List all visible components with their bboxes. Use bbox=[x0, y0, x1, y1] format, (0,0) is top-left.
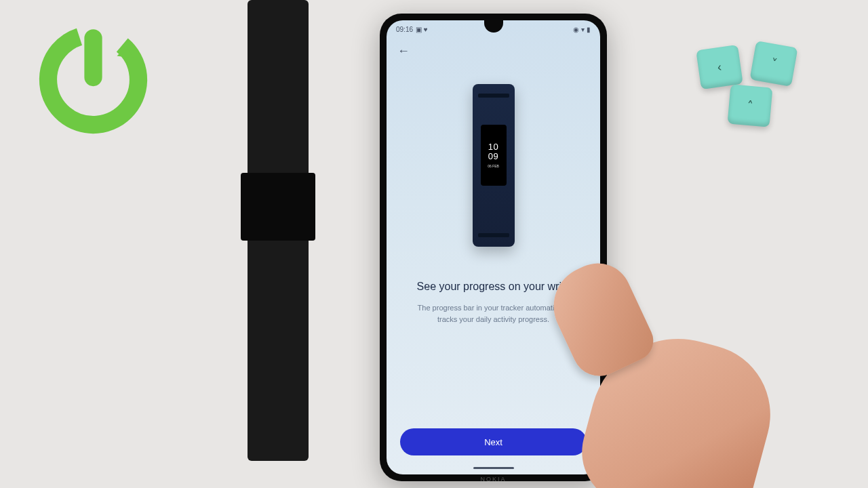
home-indicator[interactable] bbox=[473, 467, 514, 469]
tracker-time-1: 10 bbox=[488, 142, 498, 152]
power-logo-decoration bbox=[34, 20, 153, 139]
keycaps-decoration: ‹ ˅ ˄ bbox=[692, 44, 810, 125]
status-time: 09:16 bbox=[396, 26, 413, 33]
onboarding-headline: See your progress on your wrist bbox=[403, 281, 584, 293]
phone-device: 09:16 ▣ ♥ ◉ ▾ ▮ ← 10 09 06 FEB bbox=[380, 14, 607, 481]
phone-screen: 09:16 ▣ ♥ ◉ ▾ ▮ ← 10 09 06 FEB bbox=[387, 20, 600, 474]
watch-band-prop bbox=[248, 0, 309, 461]
back-button[interactable]: ← bbox=[387, 36, 600, 64]
onboarding-content: See your progress on your wrist The prog… bbox=[387, 281, 600, 325]
tracker-time-2: 09 bbox=[488, 152, 498, 161]
status-icons-left: ▣ ♥ bbox=[416, 26, 428, 33]
onboarding-description: The progress bar in your tracker automat… bbox=[403, 302, 584, 325]
phone-brand-label: NOKIA bbox=[480, 476, 506, 483]
hero-illustration: 10 09 06 FEB bbox=[387, 64, 600, 281]
next-button-label: Next bbox=[484, 437, 502, 447]
fitness-tracker-image: 10 09 06 FEB bbox=[473, 84, 515, 247]
tracker-date: 06 FEB bbox=[488, 165, 499, 169]
status-icons-right: ◉ ▾ ▮ bbox=[573, 26, 591, 33]
next-button[interactable]: Next bbox=[400, 428, 587, 455]
back-arrow-icon: ← bbox=[397, 44, 410, 58]
